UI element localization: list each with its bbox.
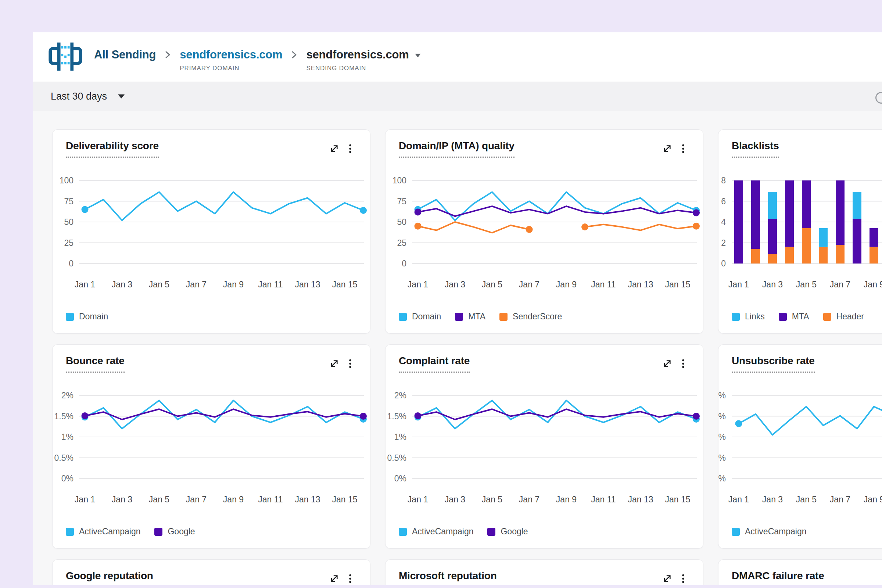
card-actions	[662, 358, 685, 369]
legend-item-domain[interactable]: Domain	[399, 312, 441, 322]
svg-text:Jan 13: Jan 13	[628, 280, 653, 289]
svg-text:2%: 2%	[718, 391, 726, 400]
chart-canvas: 1007550250Jan 1Jan 3Jan 5Jan 7Jan 9Jan 1…	[52, 171, 371, 292]
card-actions	[662, 574, 685, 584]
svg-text:Jan 13: Jan 13	[295, 280, 320, 289]
svg-text:50: 50	[64, 217, 74, 227]
legend-swatch	[66, 528, 74, 536]
kebab-menu-icon[interactable]	[682, 358, 685, 369]
svg-text:Jan 3: Jan 3	[762, 495, 783, 504]
kebab-menu-icon[interactable]	[349, 574, 352, 584]
sending-domain-caret-icon[interactable]	[415, 54, 421, 57]
kebab-menu-icon[interactable]	[682, 574, 685, 584]
legend-item-activecampaign[interactable]: ActiveCampaign	[66, 526, 140, 537]
legend-item-domain[interactable]: Domain	[66, 312, 108, 322]
svg-text:1%: 1%	[62, 432, 74, 442]
card-microsoft-reputation: Microsoft reputation	[385, 560, 704, 585]
legend-item-google[interactable]: Google	[487, 526, 528, 537]
expand-icon[interactable]	[662, 144, 672, 154]
svg-text:Jan 11: Jan 11	[591, 495, 616, 504]
legend-item-links[interactable]: Links	[732, 312, 765, 322]
svg-text:Jan 5: Jan 5	[149, 495, 170, 504]
breadcrumb-item-all-sending[interactable]: All Sending	[94, 48, 156, 62]
card-bounce-rate: Bounce rate 2%1.5%1%0.5%0%Jan 1Jan 3Jan …	[52, 344, 370, 549]
svg-text:Jan 5: Jan 5	[796, 495, 817, 504]
svg-text:Jan 11: Jan 11	[258, 495, 283, 504]
svg-text:1%: 1%	[394, 432, 406, 442]
card-deliverability-score: Deliverability score 1007550250Jan 1Jan …	[52, 129, 370, 334]
expand-icon[interactable]	[329, 358, 339, 369]
card-actions	[329, 144, 352, 154]
filterbar-edge-icon[interactable]	[875, 92, 882, 104]
legend-item-header[interactable]: Header	[823, 312, 864, 322]
legend-label: Header	[836, 312, 864, 322]
svg-text:Jan 11: Jan 11	[258, 280, 283, 289]
legend-item-activecampaign[interactable]: ActiveCampaign	[399, 526, 473, 537]
dashboard-content: Deliverability score 1007550250Jan 1Jan …	[33, 111, 882, 585]
svg-text:Jan 5: Jan 5	[796, 280, 817, 289]
legend-item-mta[interactable]: MTA	[779, 312, 809, 322]
date-range-caret-icon	[118, 94, 124, 99]
legend-swatch	[487, 528, 495, 536]
svg-text:Jan 9: Jan 9	[223, 495, 244, 504]
svg-text:Jan 5: Jan 5	[482, 280, 502, 289]
chart-legend: Links MTA Header	[732, 312, 864, 322]
card-title: Complaint rate	[399, 355, 470, 373]
svg-text:25: 25	[64, 238, 74, 248]
legend-swatch	[779, 313, 787, 321]
svg-text:Jan 5: Jan 5	[482, 495, 502, 504]
svg-text:Jan 13: Jan 13	[628, 495, 653, 504]
chart-legend: Domain	[66, 312, 108, 322]
card-title: DMARC failure rate	[732, 570, 824, 585]
svg-text:Jan 15: Jan 15	[332, 280, 357, 289]
legend-item-google[interactable]: Google	[154, 526, 195, 537]
chart-legend: ActiveCampaign Google	[399, 526, 528, 537]
svg-text:0%: 0%	[394, 474, 406, 483]
svg-text:Jan 3: Jan 3	[112, 280, 132, 289]
sending-domain-sublabel: SENDING DOMAIN	[306, 64, 420, 72]
kebab-menu-icon[interactable]	[349, 358, 352, 369]
kebab-menu-icon[interactable]	[682, 144, 685, 154]
svg-text:100: 100	[393, 176, 406, 185]
expand-icon[interactable]	[329, 144, 339, 154]
svg-text:Jan 1: Jan 1	[728, 495, 749, 504]
legend-swatch	[66, 313, 74, 321]
kebab-menu-icon[interactable]	[349, 144, 352, 154]
legend-item-senderscore[interactable]: SenderScore	[500, 312, 562, 322]
svg-text:Jan 11: Jan 11	[591, 280, 616, 289]
svg-text:Jan 7: Jan 7	[519, 280, 540, 289]
card-actions	[329, 358, 352, 369]
chart-canvas: 2%1.5%1%0.5%0%Jan 1Jan 3Jan 5Jan 7Jan 9J…	[718, 386, 882, 507]
card-title: Blacklists	[732, 140, 779, 158]
svg-text:50: 50	[397, 217, 406, 227]
card-title: Deliverability score	[66, 140, 159, 158]
svg-text:2%: 2%	[394, 391, 406, 400]
expand-icon[interactable]	[329, 574, 339, 584]
breadcrumb-item-primary-domain[interactable]: sendforensics.com PRIMARY DOMAIN	[180, 48, 282, 72]
breadcrumb-item-sending-domain[interactable]: sendforensics.com SENDING DOMAIN	[306, 48, 420, 72]
legend-swatch	[500, 313, 507, 321]
app-panel: All Sending sendforensics.com PRIMARY DO…	[33, 32, 882, 585]
expand-icon[interactable]	[662, 574, 672, 584]
svg-text:0.5%: 0.5%	[54, 453, 74, 463]
card-dmarc-failure-rate: DMARC failure rate	[718, 560, 882, 585]
svg-text:Jan 1: Jan 1	[408, 495, 428, 504]
cards-grid: Deliverability score 1007550250Jan 1Jan …	[52, 129, 882, 585]
svg-text:Jan 15: Jan 15	[665, 280, 690, 289]
svg-text:75: 75	[64, 196, 74, 206]
svg-text:Jan 7: Jan 7	[830, 280, 850, 289]
legend-label: MTA	[468, 312, 486, 322]
legend-swatch	[154, 528, 162, 536]
legend-item-activecampaign[interactable]: ActiveCampaign	[732, 526, 806, 537]
svg-text:0.5%: 0.5%	[387, 453, 406, 463]
sendforensics-logo-icon[interactable]	[48, 41, 83, 75]
expand-icon[interactable]	[662, 358, 672, 369]
svg-text:Jan 1: Jan 1	[728, 280, 749, 289]
card-blacklists: Blacklists 86420Jan 1Jan 3Jan 5Jan 7Jan …	[718, 129, 882, 334]
svg-text:2: 2	[721, 238, 726, 248]
legend-item-mta[interactable]: MTA	[455, 312, 486, 322]
svg-text:1.5%: 1.5%	[387, 412, 406, 421]
date-range-select[interactable]: Last 30 days	[51, 82, 124, 111]
svg-text:Jan 3: Jan 3	[445, 280, 465, 289]
top-bar: All Sending sendforensics.com PRIMARY DO…	[33, 32, 882, 82]
